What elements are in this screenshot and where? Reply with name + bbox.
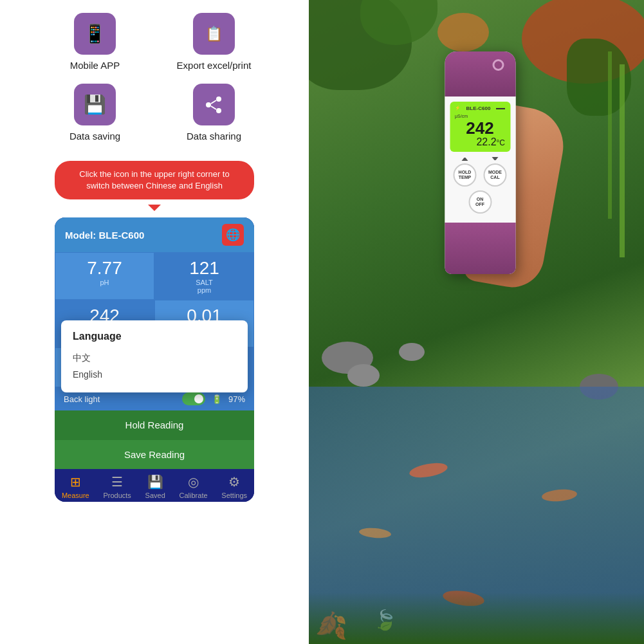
- feature-grid: 📱 Mobile APP 📋 Export excel/print 💾 Data…: [45, 13, 264, 142]
- salt-bot-unit: ppm: [163, 286, 246, 294]
- speech-bubble: Click the icon in the upper right corner…: [55, 161, 254, 199]
- language-popup-title: Language: [73, 331, 236, 342]
- ph-value: 7.77: [63, 258, 146, 279]
- english-option[interactable]: English: [73, 367, 236, 382]
- device-body: ⚡ BLE-C600 ▬▬ μS/cm 242 22.2°C: [445, 97, 515, 223]
- garden-background: ⚡ BLE-C600 ▬▬ μS/cm 242 22.2°C: [309, 0, 644, 644]
- bamboo-2: [608, 51, 612, 219]
- device-illustration: ⚡ BLE-C600 ▬▬ μS/cm 242 22.2°C: [445, 51, 515, 274]
- export-feature: 📋 Export excel/print: [164, 13, 264, 71]
- left-panel: 📱 Mobile APP 📋 Export excel/print 💾 Data…: [0, 0, 309, 644]
- backlight-label: Back light: [64, 394, 100, 404]
- down-arrow: [492, 157, 499, 161]
- data-saving-feature: 💾 Data saving: [45, 84, 145, 142]
- nav-saved[interactable]: 💾 Saved: [145, 474, 165, 499]
- cap-ring: [492, 59, 504, 71]
- device-top-buttons: [450, 157, 510, 161]
- device-main-buttons: HOLD TEMP MODE CAL: [450, 163, 510, 187]
- leaf-decoration-2: 🍃: [373, 609, 397, 631]
- right-panel: ⚡ BLE-C600 ▬▬ μS/cm 242 22.2°C: [309, 0, 644, 644]
- device-cap: [445, 51, 515, 97]
- chinese-option[interactable]: 中文: [73, 350, 236, 367]
- saved-nav-label: Saved: [145, 492, 165, 499]
- mobile-app-icon: 📱: [74, 13, 116, 55]
- saved-nav-icon: 💾: [147, 474, 163, 490]
- ground-gradient: [309, 593, 644, 644]
- data-saving-label: Data saving: [69, 131, 120, 142]
- hold-temp-button[interactable]: HOLD TEMP: [454, 163, 477, 187]
- hold-reading-button[interactable]: Hold Reading: [55, 410, 254, 439]
- bottom-nav: ⊞ Measure ☰ Products 💾 Saved ◎ Calibrate…: [55, 469, 254, 502]
- leaf-decoration: 🍂: [315, 611, 347, 641]
- salt-ppm-cell: 121 SALT ppm: [154, 252, 254, 300]
- settings-nav-icon: ⚙: [228, 474, 240, 490]
- main-reading: 242: [455, 120, 505, 136]
- phone-title: Model: BLE-C600: [65, 230, 144, 241]
- unit-display: μS/cm: [455, 114, 505, 118]
- bluetooth-icon: ⚡: [455, 106, 461, 111]
- fish-1: [409, 461, 449, 480]
- screen-icons: ⚡ BLE-C600 ▬▬: [455, 106, 505, 111]
- products-nav-label: Products: [103, 492, 131, 499]
- on-off-button[interactable]: ON OFF: [468, 190, 492, 214]
- svg-point-2: [216, 108, 221, 113]
- svg-line-4: [211, 106, 216, 109]
- products-nav-icon: ☰: [111, 474, 123, 490]
- backlight-toggle[interactable]: [182, 392, 205, 405]
- salt-ppm-value: 121: [163, 258, 246, 279]
- temp-reading: 22.2°C: [455, 136, 505, 148]
- settings-nav-label: Settings: [221, 492, 247, 499]
- phone-header: Model: BLE-C600 🌐: [55, 217, 254, 252]
- calibrate-nav-label: Calibrate: [179, 492, 208, 499]
- calibrate-nav-icon: ◎: [188, 474, 199, 490]
- fish-2: [359, 527, 392, 539]
- fish-3: [541, 488, 577, 502]
- phone-mockup: Model: BLE-C600 🌐 7.77 pH 121 SALT ppm 2…: [55, 217, 254, 502]
- rock-2: [347, 364, 380, 387]
- mobile-app-feature: 📱 Mobile APP: [45, 13, 145, 71]
- battery-icon: 🔋: [212, 394, 222, 404]
- up-arrow: [462, 157, 468, 161]
- nav-products[interactable]: ☰ Products: [103, 474, 131, 499]
- ph-cell: 7.77 pH: [55, 252, 154, 300]
- salt-top-unit: SALT: [163, 279, 246, 286]
- language-popup: Language 中文 English: [61, 320, 248, 392]
- bamboo-1: [620, 64, 625, 257]
- save-reading-button[interactable]: Save Reading: [55, 439, 254, 469]
- export-label: Export excel/print: [177, 60, 252, 71]
- nav-calibrate[interactable]: ◎ Calibrate: [179, 474, 208, 499]
- device-screen: ⚡ BLE-C600 ▬▬ μS/cm 242 22.2°C: [450, 102, 510, 152]
- data-sharing-icon: [193, 84, 235, 125]
- battery-indicator: ▬▬: [496, 106, 505, 111]
- foliage-5: [437, 13, 489, 51]
- measure-nav-label: Measure: [62, 492, 89, 499]
- svg-point-1: [206, 102, 211, 107]
- rock-4: [399, 343, 425, 361]
- device-on-off-area: ON OFF: [450, 190, 510, 214]
- ble-c600-device: ⚡ BLE-C600 ▬▬ μS/cm 242 22.2°C: [445, 51, 515, 274]
- battery-percent: 97%: [228, 394, 245, 404]
- data-sharing-label: Data sharing: [187, 131, 241, 142]
- data-saving-icon: 💾: [74, 84, 116, 125]
- ph-unit: pH: [63, 279, 146, 286]
- nav-settings[interactable]: ⚙ Settings: [221, 474, 247, 499]
- language-toggle-button[interactable]: 🌐: [222, 224, 244, 246]
- data-sharing-feature: Data sharing: [164, 84, 264, 142]
- svg-point-0: [216, 97, 221, 102]
- mode-cal-button[interactable]: MODE CAL: [484, 163, 507, 187]
- export-icon: 📋: [193, 13, 235, 55]
- mobile-app-label: Mobile APP: [70, 60, 120, 71]
- svg-line-3: [211, 100, 216, 104]
- device-bottom-cap: [445, 223, 515, 274]
- nav-measure[interactable]: ⊞ Measure: [62, 474, 89, 499]
- measure-nav-icon: ⊞: [70, 474, 81, 490]
- model-label: BLE-C600: [466, 106, 491, 111]
